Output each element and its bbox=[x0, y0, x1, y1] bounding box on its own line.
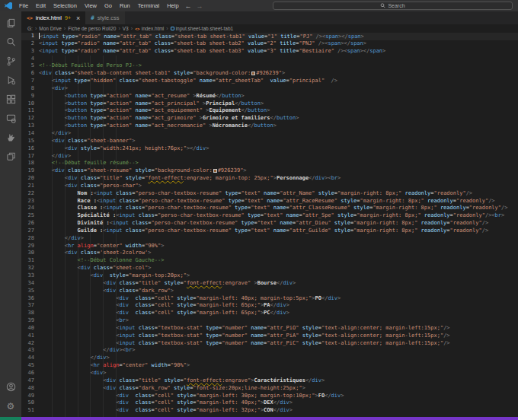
breadcrumb-item[interactable]: V3 bbox=[123, 26, 129, 31]
line-number[interactable]: 47 bbox=[21, 377, 34, 385]
code-line[interactable]: 27 Guilde :<input class="perso-char-text… bbox=[21, 228, 518, 235]
line-number[interactable]: 39 bbox=[21, 317, 34, 325]
line-number[interactable]: 11 bbox=[21, 107, 34, 115]
code-line[interactable]: 6<div class="sheet-tab-content sheet-tab… bbox=[21, 70, 518, 78]
hand-extension-icon[interactable] bbox=[2, 128, 20, 147]
remote-indicator[interactable] bbox=[0, 417, 21, 420]
source-control-icon[interactable] bbox=[2, 52, 20, 71]
menu-go[interactable]: Go bbox=[101, 0, 116, 11]
code-line[interactable]: 17 </div> bbox=[21, 153, 518, 161]
line-number[interactable]: 20 bbox=[21, 175, 34, 183]
line-number[interactable]: 36 bbox=[21, 295, 34, 303]
line-number[interactable]: 24 bbox=[21, 205, 34, 212]
line-number[interactable]: 22 bbox=[21, 190, 34, 198]
code-line[interactable]: 48 <div class="dark_row" style="font-siz… bbox=[21, 385, 518, 393]
code-line[interactable]: 44 </div> bbox=[21, 355, 518, 362]
line-number[interactable]: 21 bbox=[21, 183, 34, 190]
nav-forward-icon[interactable]: → bbox=[194, 2, 206, 10]
line-number[interactable]: 19 bbox=[21, 167, 34, 175]
code-line[interactable]: 51 <div class="cell" style="margin-left:… bbox=[21, 407, 518, 415]
code-line[interactable]: 10 <button type="action" name="act_princ… bbox=[21, 100, 518, 108]
code-line[interactable]: 38 <div class="cell" style="margin-left:… bbox=[21, 310, 518, 317]
code-line[interactable]: 14 </div> bbox=[21, 130, 518, 138]
code-line[interactable]: 24 Classe :<input class="perso-char-text… bbox=[21, 205, 518, 212]
code-editor[interactable]: 1<input type="radio" name="attr_tab" cla… bbox=[21, 33, 518, 417]
code-line[interactable]: 12 <button type="action" name="act_grimo… bbox=[21, 115, 518, 123]
code-line[interactable]: 7 <input type="hidden" class="sheet-tabs… bbox=[21, 78, 518, 85]
code-line[interactable]: 49 <div class="cell" style="margin-left:… bbox=[21, 393, 518, 400]
code-line[interactable]: 26 Divinité :<input class="perso-char-te… bbox=[21, 220, 518, 228]
code-line[interactable]: 40 <input class="textbox-stat" type="num… bbox=[21, 325, 518, 332]
code-line[interactable]: 23 Race :<input class="perso-char-textbo… bbox=[21, 198, 518, 205]
code-line[interactable]: 3<input type="radio" name="attr_tab" cla… bbox=[21, 48, 518, 56]
code-line[interactable]: 35 <div class="dark_row"> bbox=[21, 288, 518, 295]
breadcrumb-item[interactable]: input.sheet-tab.sheet-tab1 bbox=[171, 26, 234, 31]
nav-back-icon[interactable]: ← bbox=[183, 2, 194, 10]
menu-help[interactable]: Help bbox=[163, 0, 182, 11]
code-line[interactable]: 31 <!--Début Colonne Gauche--> bbox=[21, 257, 518, 265]
code-line[interactable]: 21 <div class="perso-char"> bbox=[21, 183, 518, 190]
code-line[interactable]: 28 </div> bbox=[21, 235, 518, 243]
status-bar-body[interactable] bbox=[21, 417, 518, 420]
line-number[interactable]: 38 bbox=[21, 310, 34, 317]
code-line[interactable]: 34 <div class="title" style="font-effect… bbox=[21, 280, 518, 288]
menu-view[interactable]: View bbox=[81, 0, 101, 11]
line-number[interactable]: 14 bbox=[21, 130, 34, 138]
line-number[interactable]: 48 bbox=[21, 385, 34, 393]
code-line[interactable]: 15 <div class="sheet-banner"> bbox=[21, 138, 518, 145]
settings-gear-icon[interactable]: ⚙ bbox=[2, 396, 20, 415]
code-line[interactable]: 29 <hr align="center" width="90%"> bbox=[21, 243, 518, 250]
line-number[interactable]: 18 bbox=[21, 160, 34, 167]
line-number[interactable]: 8 bbox=[21, 85, 34, 93]
code-line[interactable]: 41 <input class="textbox-stat" type="num… bbox=[21, 332, 518, 340]
tab-close-icon[interactable]: × bbox=[76, 14, 80, 22]
menu-file[interactable]: File bbox=[15, 0, 32, 11]
breadcrumb-item[interactable]: <>index.html bbox=[135, 26, 164, 31]
layers-extension-icon[interactable] bbox=[2, 147, 20, 166]
line-number[interactable]: 46 bbox=[21, 370, 34, 377]
line-number[interactable]: 2 bbox=[21, 40, 34, 48]
line-number[interactable]: 35 bbox=[21, 288, 34, 295]
code-line[interactable]: 25 Spécialité :<input class="perso-char-… bbox=[21, 212, 518, 220]
code-line[interactable]: 32 <div class="sheet-col"> bbox=[21, 265, 518, 272]
code-line[interactable]: 39 <br> bbox=[21, 317, 518, 325]
line-number[interactable]: 12 bbox=[21, 115, 34, 123]
menu-edit[interactable]: Edit bbox=[32, 0, 50, 11]
line-number[interactable]: 31 bbox=[21, 257, 34, 265]
line-number[interactable]: 29 bbox=[21, 243, 34, 250]
line-number[interactable]: 17 bbox=[21, 153, 34, 161]
code-line[interactable]: 46 <div> bbox=[21, 370, 518, 377]
line-number[interactable]: 6 bbox=[21, 70, 34, 78]
menu-terminal[interactable]: Terminal bbox=[134, 0, 163, 11]
line-number[interactable]: 33 bbox=[21, 272, 34, 280]
line-number[interactable]: 37 bbox=[21, 302, 34, 310]
line-number[interactable]: 1 bbox=[21, 33, 34, 40]
line-number[interactable]: 5 bbox=[21, 62, 34, 70]
line-number[interactable]: 42 bbox=[21, 340, 34, 348]
line-number[interactable]: 28 bbox=[21, 235, 34, 243]
line-number[interactable]: 40 bbox=[21, 325, 34, 332]
search-box[interactable]: Search bbox=[273, 2, 513, 10]
line-number[interactable]: 41 bbox=[21, 332, 34, 340]
breadcrumb-item[interactable]: G: bbox=[27, 26, 33, 31]
menu-selection[interactable]: Selection bbox=[50, 0, 81, 11]
extensions-icon[interactable] bbox=[2, 90, 20, 109]
code-line[interactable]: 36 <div class="cell" style="margin-left:… bbox=[21, 295, 518, 303]
tab-style-css[interactable]: # style.css bbox=[85, 11, 125, 24]
code-line[interactable]: 42 <input class="textbox-stat" type="num… bbox=[21, 340, 518, 348]
explorer-files-icon[interactable] bbox=[2, 14, 20, 33]
account-icon[interactable] bbox=[2, 377, 20, 396]
line-number[interactable]: 27 bbox=[21, 228, 34, 235]
code-line[interactable]: 4 bbox=[21, 56, 518, 63]
breadcrumb-item[interactable]: Fiche de perso Roll20 bbox=[68, 26, 116, 31]
code-line[interactable]: 20 <div class="title" style="font-effect… bbox=[21, 175, 518, 183]
run-debug-icon[interactable] bbox=[2, 71, 20, 90]
line-number[interactable]: 32 bbox=[21, 265, 34, 272]
line-number[interactable]: 23 bbox=[21, 198, 34, 205]
code-line[interactable]: 1<input type="radio" name="attr_tab" cla… bbox=[21, 33, 518, 40]
line-number[interactable]: 13 bbox=[21, 123, 34, 130]
line-number[interactable]: 49 bbox=[21, 393, 34, 400]
code-line[interactable]: 33 <div style="margin-top:20px;"> bbox=[21, 272, 518, 280]
line-number[interactable]: 15 bbox=[21, 138, 34, 145]
code-line[interactable]: 30 <div class='sheet-2colrow'> bbox=[21, 250, 518, 257]
